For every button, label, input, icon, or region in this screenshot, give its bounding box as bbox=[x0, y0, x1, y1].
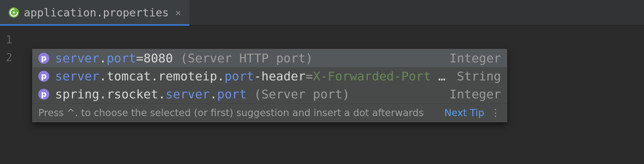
completion-item[interactable]: pserver.tomcat.remoteip.port-header=X-Fo… bbox=[33, 67, 507, 85]
close-tab-icon[interactable]: × bbox=[175, 7, 181, 18]
completion-item-type: String bbox=[457, 69, 501, 83]
code-surface[interactable]: server.port pserver.port=8080 (Server HT… bbox=[42, 26, 644, 164]
completion-tip-text: Press ^. to choose the selected (or firs… bbox=[38, 107, 438, 118]
completion-item-label: spring.rsocket.server.port (Server port) bbox=[55, 87, 444, 101]
editor-area: 1 2 server.port pserver.port=8080 (Serve… bbox=[0, 26, 644, 164]
completion-item-type: Integer bbox=[450, 51, 501, 65]
code-completion-popup: pserver.port=8080 (Server HTTP port)Inte… bbox=[32, 49, 507, 122]
completion-item[interactable]: pserver.port=8080 (Server HTTP port)Inte… bbox=[33, 49, 507, 67]
line-number: 1 bbox=[0, 31, 42, 49]
next-tip-link[interactable]: Next Tip bbox=[444, 107, 484, 118]
completion-item-label: server.port=8080 (Server HTTP port) bbox=[55, 51, 444, 65]
completion-popup-footer: Press ^. to choose the selected (or firs… bbox=[33, 103, 507, 122]
code-line-1[interactable]: server.port bbox=[42, 31, 644, 49]
completion-item-type: Integer bbox=[450, 87, 501, 101]
spring-boot-file-icon bbox=[8, 7, 19, 18]
file-tab-label: application.properties bbox=[24, 6, 169, 19]
property-kind-badge: p bbox=[38, 53, 49, 64]
property-kind-badge: p bbox=[38, 89, 49, 100]
more-options-icon[interactable]: ⋮ bbox=[491, 107, 501, 118]
completion-item[interactable]: pspring.rsocket.server.port (Server port… bbox=[33, 85, 507, 103]
completion-item-label: server.tomcat.remoteip.port-header=X-For… bbox=[55, 69, 451, 83]
svg-point-1 bbox=[13, 12, 15, 14]
editor-tab-bar: application.properties × bbox=[0, 0, 644, 26]
file-tab-application-properties[interactable]: application.properties × bbox=[0, 0, 189, 25]
property-kind-badge: p bbox=[38, 71, 49, 82]
